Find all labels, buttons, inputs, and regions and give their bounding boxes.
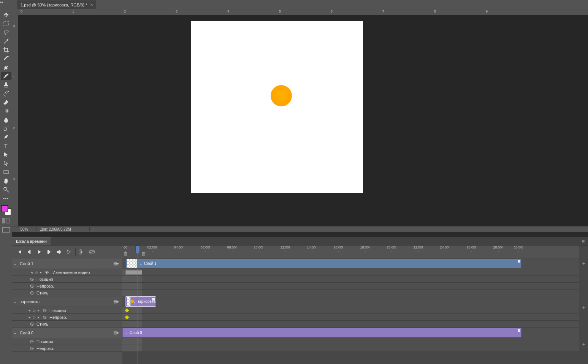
blur-tool[interactable] — [1, 116, 11, 124]
property-lane[interactable] — [122, 314, 579, 321]
property-lane[interactable] — [122, 283, 579, 290]
prev-frame-button[interactable] — [24, 247, 34, 257]
eyedropper-tool[interactable] — [1, 54, 11, 63]
expand-panels-icon[interactable]: ▸▸ — [0, 0, 4, 9]
track-header[interactable]: ⌄Слой 1▤▸ — [12, 258, 122, 269]
color-swatches[interactable] — [1, 205, 11, 215]
property-lane[interactable] — [122, 307, 579, 314]
dodge-tool[interactable] — [1, 124, 11, 133]
stopwatch-icon[interactable]: ◷ — [30, 322, 34, 326]
work-area-end-handle[interactable] — [142, 252, 145, 256]
timeline-panel-tab[interactable]: Шкала времени — [12, 237, 51, 245]
keyframe-nav[interactable]: ◂◇▸ — [27, 309, 40, 312]
clip-end-handle[interactable] — [518, 329, 520, 332]
disclosure-icon[interactable]: ⌄ — [12, 261, 17, 266]
playhead[interactable] — [135, 245, 140, 252]
canvas-viewport[interactable] — [18, 15, 588, 226]
vertical-ruler[interactable]: 0123 — [12, 15, 18, 226]
property-lane[interactable] — [122, 345, 579, 352]
document-size-info[interactable]: Док: 2,86M/5,72M — [36, 227, 90, 231]
mute-audio-button[interactable] — [54, 247, 64, 257]
playhead-line[interactable] — [138, 258, 138, 364]
ruler-h-tick: 1 — [72, 9, 74, 13]
track-options-icon[interactable]: ▤▸ — [113, 330, 119, 335]
stopwatch-icon[interactable]: ◷ — [43, 315, 47, 320]
clip[interactable]: ⌄Слой 1 — [125, 259, 521, 268]
stopwatch-icon[interactable]: ◷ — [30, 284, 34, 288]
eraser-tool[interactable] — [1, 98, 11, 106]
svg-rect-1 — [4, 109, 8, 112]
keyframe-nav[interactable]: ◂◇▸ — [27, 315, 40, 319]
crop-tool[interactable] — [1, 46, 11, 54]
wand-tool[interactable] — [1, 37, 11, 45]
stopwatch-icon[interactable]: ◷ — [43, 308, 47, 313]
lasso-tool[interactable] — [1, 28, 11, 36]
stopwatch-icon[interactable]: ◷ — [30, 339, 34, 344]
clip-end-handle[interactable] — [152, 298, 155, 301]
panel-menu-icon[interactable]: ≡ — [579, 239, 588, 244]
property-lane[interactable] — [122, 290, 579, 296]
stopwatch-icon[interactable]: ◷ — [30, 346, 34, 351]
brush-tool[interactable] — [1, 72, 11, 80]
add-media-button-2[interactable]: ＋ — [579, 302, 588, 313]
document-tab[interactable]: 1.psd @ 50% (зарисовка, RGB/8) * × — [17, 0, 96, 9]
screen-mode-button[interactable] — [2, 227, 10, 233]
stopwatch-icon[interactable]: ◷ — [30, 277, 34, 282]
disclosure-icon[interactable]: ⌄ — [12, 330, 17, 335]
foreground-color-swatch[interactable] — [1, 205, 8, 212]
chevron-down-icon[interactable]: ⌄ — [139, 262, 143, 266]
track-lane[interactable]: ⌄зарисовка — [122, 296, 579, 307]
time-ruler[interactable]: 0002:00f04:00f06:00f08:00f10:00f12:00f14… — [122, 245, 579, 258]
clip[interactable]: ⌄Слой 0 — [122, 328, 521, 337]
close-icon[interactable]: × — [90, 2, 93, 7]
next-frame-button[interactable] — [44, 247, 54, 257]
pen-tool[interactable] — [1, 133, 11, 141]
chevron-down-icon[interactable]: ⌄ — [125, 331, 128, 335]
track-header[interactable]: ⌄Слой 0▤▸ — [12, 328, 122, 338]
history-brush-tool[interactable] — [1, 89, 11, 98]
marquee-tool[interactable] — [1, 19, 11, 28]
add-media-button-3[interactable]: ＋ — [579, 339, 588, 350]
property-lane[interactable] — [122, 338, 579, 345]
zoom-tool[interactable] — [1, 185, 11, 194]
property-lane[interactable] — [122, 269, 579, 276]
disclosure-icon[interactable]: ⌄ — [12, 299, 17, 304]
type-tool[interactable]: T — [1, 142, 11, 150]
track-lane[interactable]: ⌄Слой 0 — [122, 328, 579, 338]
timeline-track-lanes[interactable]: ⌄Слой 1⌄зарисовка⌄Слой 0 — [122, 258, 579, 364]
playback-options-button[interactable] — [64, 247, 74, 257]
stamp-tool[interactable] — [1, 81, 11, 89]
move-tool[interactable] — [1, 11, 11, 19]
property-lane[interactable] — [122, 276, 579, 283]
gradient-tool[interactable] — [1, 107, 11, 115]
transition-button[interactable] — [87, 247, 97, 257]
add-media-button-1[interactable]: ＋ — [579, 258, 588, 269]
canvas[interactable] — [191, 21, 363, 193]
path-select-tool[interactable] — [1, 150, 11, 159]
healing-tool[interactable] — [1, 63, 11, 71]
horizontal-ruler[interactable]: 0123456789 — [18, 9, 588, 15]
track-header[interactable]: ⌄зарисовка▤▸ — [12, 296, 122, 307]
work-area-start-handle[interactable] — [124, 252, 127, 256]
stopwatch-icon[interactable]: ◷ — [30, 291, 34, 295]
video-segment[interactable] — [125, 270, 142, 275]
status-bar-menu-icon[interactable]: 〉 — [90, 227, 100, 232]
visibility-icon[interactable]: 👁 — [45, 270, 50, 275]
property-lane[interactable] — [122, 321, 579, 328]
quick-mask-toggle[interactable] — [2, 218, 10, 224]
keyframe-nav[interactable]: ◂◇▸ — [30, 271, 43, 274]
ruler-origin[interactable] — [12, 9, 18, 15]
edit-toolbar-button[interactable]: ••• — [1, 194, 11, 203]
track-options-icon[interactable]: ▤▸ — [113, 299, 119, 304]
split-clip-button[interactable] — [77, 247, 87, 257]
play-button[interactable] — [34, 247, 44, 257]
clip-end-handle[interactable] — [518, 260, 520, 263]
track-lane[interactable]: ⌄Слой 1 — [122, 258, 579, 269]
go-to-first-frame-button[interactable] — [14, 247, 24, 257]
rectangle-tool[interactable] — [1, 168, 11, 176]
clip[interactable]: ⌄зарисовка — [125, 297, 156, 306]
hand-tool[interactable] — [1, 177, 11, 185]
track-options-icon[interactable]: ▤▸ — [113, 261, 119, 266]
zoom-level-field[interactable]: 50% — [12, 227, 36, 231]
direct-select-tool[interactable] — [1, 159, 11, 168]
